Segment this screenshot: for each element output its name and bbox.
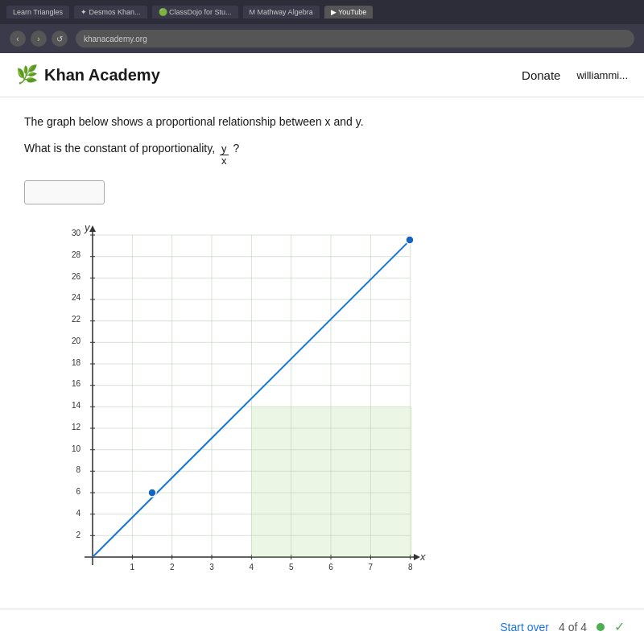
y-tick-28: 28 — [72, 250, 81, 259]
x-tick-3: 3 — [209, 563, 214, 572]
tab-mathway[interactable]: M Mathway Algebra — [243, 6, 320, 19]
y-tick-14: 14 — [72, 401, 81, 410]
x-tick-2: 2 — [170, 563, 175, 572]
ka-logo-icon: 🌿 — [16, 64, 38, 85]
y-tick-10: 10 — [72, 444, 81, 453]
start-over-button[interactable]: Start over — [500, 621, 549, 634]
bottom-bar: Start over 4 of 4 ✓ — [0, 609, 644, 644]
address-bar[interactable]: khanacademy.org — [76, 30, 634, 47]
forward-button[interactable]: › — [31, 31, 47, 47]
username-display: williammi... — [576, 69, 628, 81]
data-point-1 — [148, 489, 156, 497]
nav-buttons: ‹ › ↺ — [10, 31, 68, 47]
tab-classdojo[interactable]: 🟢 ClassDojo for Stu... — [152, 6, 238, 19]
prompt-suffix: ? — [233, 142, 240, 155]
graph-svg: y x 2 4 6 8 10 12 14 16 18 20 22 24 26 2… — [48, 219, 451, 589]
y-tick-2: 2 — [76, 530, 80, 539]
x-axis-label: x — [419, 551, 426, 563]
tab-triangles[interactable]: Learn Triangles — [6, 6, 69, 19]
answer-input[interactable] — [24, 180, 105, 204]
shaded-region — [251, 407, 412, 557]
donate-button[interactable]: Donate — [522, 68, 560, 82]
question-area: The graph below shows a proportional rel… — [0, 97, 644, 621]
x-tick-5: 5 — [289, 563, 294, 572]
y-tick-4: 4 — [76, 509, 80, 518]
y-tick-30: 30 — [72, 229, 81, 237]
tab-bar: Learn Triangles ✦ Desmos Khan... 🟢 Class… — [0, 0, 644, 24]
y-tick-22: 22 — [72, 315, 81, 324]
x-tick-1: 1 — [130, 563, 135, 572]
fraction-denominator: x — [220, 155, 229, 167]
back-button[interactable]: ‹ — [10, 31, 26, 47]
y-tick-20: 20 — [72, 336, 81, 345]
refresh-button[interactable]: ↺ — [52, 31, 68, 47]
ka-logo: 🌿 Khan Academy — [16, 64, 160, 85]
graph-container: y x 2 4 6 8 10 12 14 16 18 20 22 24 26 2… — [48, 219, 451, 605]
fraction-numerator: y — [220, 143, 229, 155]
y-tick-26: 26 — [72, 272, 81, 281]
checkmark-icon: ✓ — [614, 619, 625, 634]
x-tick-8: 8 — [408, 563, 413, 572]
x-tick-7: 7 — [369, 563, 374, 572]
x-axis-arrow — [414, 554, 420, 560]
prompt-prefix: What is the constant of proportionality, — [24, 142, 215, 155]
proportionality-prompt: What is the constant of proportionality,… — [24, 142, 620, 167]
y-tick-18: 18 — [72, 358, 81, 367]
progress-label: 4 of 4 — [559, 621, 587, 634]
tab-youtube[interactable]: ▶ YouTube — [324, 6, 374, 19]
question-description: The graph below shows a proportional rel… — [24, 114, 620, 130]
y-tick-16: 16 — [72, 379, 81, 388]
fraction-display: y x — [220, 143, 229, 167]
ka-header: 🌿 Khan Academy Donate williammi... — [0, 53, 644, 97]
y-tick-6: 6 — [76, 487, 80, 496]
main-content: 🌿 Khan Academy Donate williammi... The g… — [0, 53, 644, 644]
browser-chrome: ‹ › ↺ khanacademy.org — [0, 24, 644, 53]
x-tick-4: 4 — [250, 563, 254, 572]
y-tick-12: 12 — [72, 423, 81, 431]
ka-logo-text: Khan Academy — [44, 66, 160, 85]
progress-dot — [597, 623, 605, 631]
tab-desmos[interactable]: ✦ Desmos Khan... — [74, 6, 147, 19]
y-tick-24: 24 — [72, 293, 81, 302]
y-tick-8: 8 — [76, 465, 80, 474]
x-tick-6: 6 — [328, 563, 333, 572]
data-point-2 — [406, 236, 414, 244]
y-axis-arrow — [89, 225, 96, 232]
